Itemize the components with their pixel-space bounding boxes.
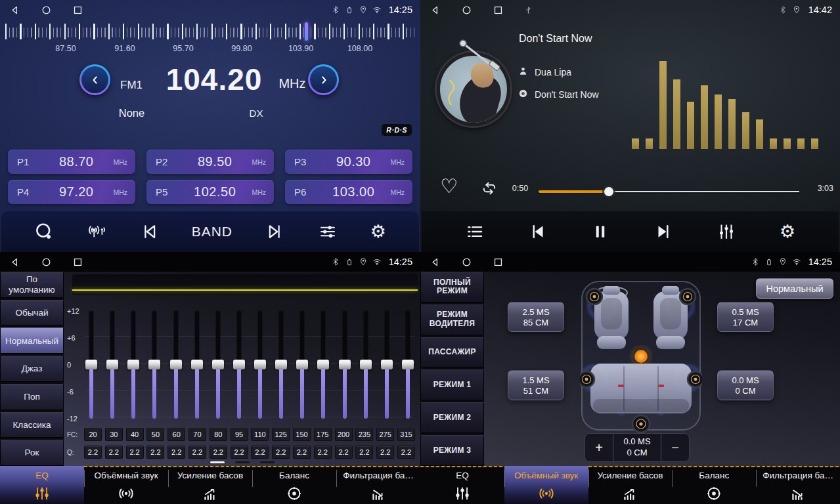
- equalizer-icon[interactable]: [717, 222, 736, 242]
- playlist-icon[interactable]: [465, 222, 485, 242]
- settings-gear-icon[interactable]: ⚙: [780, 223, 795, 241]
- eq-preset-custom[interactable]: Обычай: [0, 300, 64, 326]
- recents-icon[interactable]: [493, 5, 504, 16]
- eq-band-slider[interactable]: [381, 310, 393, 420]
- eq-band-slider[interactable]: [296, 310, 308, 420]
- eq-band-slider[interactable]: [233, 310, 245, 420]
- eq-band-slider[interactable]: [212, 310, 224, 420]
- previous-station-icon[interactable]: [139, 222, 159, 242]
- eq-band-slider[interactable]: [127, 310, 139, 420]
- tab-balance[interactable]: Баланс: [672, 466, 756, 504]
- q-label: Q:: [67, 449, 84, 456]
- player-toolbar: ⚙: [422, 211, 839, 252]
- next-track-icon[interactable]: [653, 222, 673, 242]
- delay-rear-right[interactable]: 0.0 MS 0 CM: [717, 370, 774, 400]
- profile-button[interactable]: Нормальный: [756, 278, 833, 299]
- home-icon[interactable]: [461, 257, 472, 268]
- listening-mode-list: ПОЛНЫЙ РЕЖИМ РЕЖИМ ВОДИТЕЛЯ ПАССАЖИР РЕЖ…: [420, 272, 484, 466]
- eq-band-slider[interactable]: [275, 310, 287, 420]
- delay-front-left[interactable]: 2.5 MS 85 CM: [508, 302, 564, 332]
- back-icon[interactable]: [9, 5, 20, 16]
- preset-p1[interactable]: P188.70MHz: [8, 150, 135, 174]
- eq-preset-normal[interactable]: Нормальный: [0, 327, 64, 354]
- visualizer-bar: [659, 61, 667, 149]
- page-dash-active[interactable]: [210, 461, 225, 463]
- wifi-icon: [792, 257, 801, 266]
- eq-band-slider[interactable]: [148, 310, 160, 420]
- broadcast-antenna-icon[interactable]: [87, 222, 106, 242]
- delay-rear-left[interactable]: 1.5 MS 51 CM: [508, 370, 564, 400]
- eq-band-slider[interactable]: [254, 310, 266, 420]
- audio-settings-icon[interactable]: [318, 222, 338, 242]
- mode-driver[interactable]: РЕЖИМ ВОДИТЕЛЯ: [420, 304, 484, 335]
- eq-band-slider[interactable]: [339, 310, 351, 420]
- eq-band-slider[interactable]: [191, 310, 203, 420]
- eq-band-slider[interactable]: [170, 310, 182, 420]
- delay-front-right[interactable]: 0.5 MS 17 CM: [717, 302, 774, 332]
- listener-position-dot: [634, 350, 648, 363]
- album-script-text: [443, 73, 459, 111]
- seek-down-button[interactable]: [79, 64, 110, 95]
- eq-preset-default[interactable]: По умолчанию: [0, 272, 64, 298]
- tab-surround[interactable]: Объёмный звук: [84, 466, 168, 504]
- preset-p6[interactable]: P6103.00MHz: [285, 180, 412, 204]
- recents-icon[interactable]: [72, 257, 83, 268]
- mode-passenger[interactable]: ПАССАЖИР: [420, 337, 484, 368]
- pause-icon[interactable]: [590, 222, 610, 242]
- progress-slider[interactable]: [539, 186, 799, 197]
- seek-up-button[interactable]: [308, 64, 339, 95]
- next-station-icon[interactable]: [265, 222, 285, 242]
- eq-preset-rock[interactable]: Рок: [0, 440, 64, 466]
- station-name: None: [104, 107, 160, 119]
- eq-band-slider[interactable]: [402, 310, 414, 420]
- delay-decrease-button[interactable]: −: [661, 434, 689, 461]
- mode-1[interactable]: РЕЖИМ 1: [420, 369, 484, 400]
- eq-band-slider[interactable]: [317, 310, 329, 420]
- tab-filter[interactable]: Фильтрация ба…: [756, 466, 840, 504]
- preset-p4[interactable]: P497.20MHz: [8, 180, 135, 204]
- eq-band-slider[interactable]: [360, 310, 372, 420]
- home-icon[interactable]: [41, 5, 52, 16]
- mode-3[interactable]: РЕЖИМ 3: [420, 435, 484, 466]
- eq-preset-classic[interactable]: Классика: [0, 412, 64, 438]
- tab-balance[interactable]: Баланс: [252, 466, 336, 504]
- scan-icon[interactable]: [34, 222, 54, 242]
- home-icon[interactable]: [41, 257, 52, 268]
- track-name: Don't Start Now: [535, 89, 599, 100]
- tab-surround[interactable]: Объёмный звук: [504, 466, 588, 504]
- tab-bass-boost[interactable]: Усиление басов: [168, 466, 252, 504]
- page-dash[interactable]: [260, 461, 275, 463]
- back-icon[interactable]: [430, 5, 441, 16]
- home-icon[interactable]: [461, 5, 472, 16]
- preset-p2[interactable]: P289.50MHz: [146, 150, 274, 174]
- preset-p3[interactable]: P390.30MHz: [285, 150, 412, 174]
- band-q-value: 2.2: [397, 446, 415, 459]
- band-page-indicator[interactable]: [64, 461, 420, 463]
- previous-track-icon[interactable]: [528, 222, 548, 242]
- mode-2[interactable]: РЕЖИМ 2: [420, 402, 484, 433]
- band-button[interactable]: BAND: [192, 224, 232, 240]
- recents-icon[interactable]: [493, 257, 504, 268]
- eq-preset-pop[interactable]: Поп: [0, 384, 64, 410]
- tab-filter[interactable]: Фильтрация ба…: [336, 466, 420, 504]
- band-q-value: 2.2: [335, 446, 353, 459]
- mode-full[interactable]: ПОЛНЫЙ РЕЖИМ: [420, 272, 484, 303]
- tab-eq[interactable]: EQ: [420, 466, 504, 504]
- frequency-scale[interactable]: 87.50 91.60 95.70 99.80 103.90 108.00: [5, 22, 415, 54]
- back-icon[interactable]: [430, 257, 441, 268]
- favorite-heart-icon[interactable]: ♡: [440, 175, 458, 198]
- eq-band-slider[interactable]: [106, 310, 118, 420]
- eq-preset-jazz[interactable]: Джаз: [0, 356, 64, 382]
- battery-icon: [345, 257, 354, 266]
- tab-bass-boost[interactable]: Усиление басов: [588, 466, 673, 504]
- recents-icon[interactable]: [72, 5, 83, 16]
- back-icon[interactable]: [9, 257, 20, 268]
- preset-p5[interactable]: P5102.50MHz: [146, 180, 274, 204]
- delay-increase-button[interactable]: +: [585, 434, 613, 461]
- eq-band-slider[interactable]: [85, 310, 97, 420]
- page-dash[interactable]: [235, 461, 250, 463]
- tab-eq[interactable]: EQ: [0, 466, 84, 504]
- settings-gear-icon[interactable]: ⚙: [370, 223, 386, 241]
- repeat-icon[interactable]: [480, 179, 498, 198]
- progress-thumb[interactable]: [604, 187, 613, 196]
